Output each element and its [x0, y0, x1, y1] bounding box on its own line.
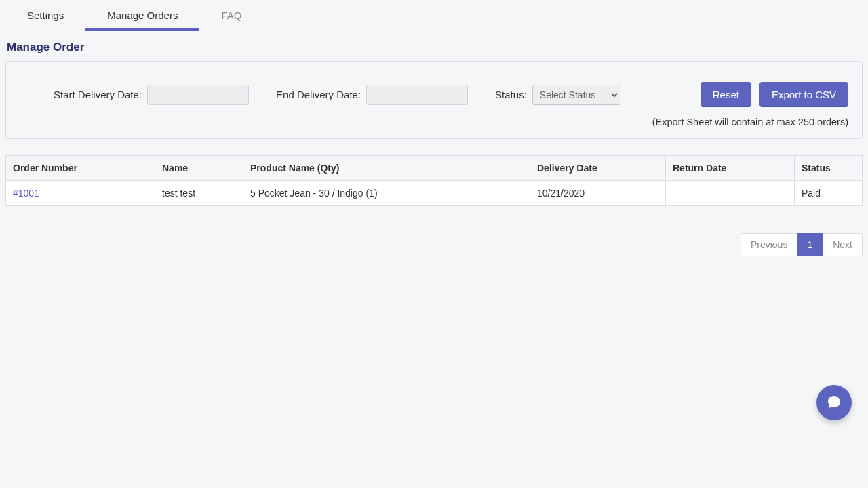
end-date-label: End Delivery Date: [276, 89, 361, 100]
pagination-previous[interactable]: Previous [741, 233, 797, 256]
top-nav: Settings Manage Orders FAQ [0, 0, 868, 31]
tab-manage-orders[interactable]: Manage Orders [85, 0, 199, 30]
cell-product: 5 Pocket Jean - 30 / Indigo (1) [243, 181, 530, 206]
cell-return-date [666, 181, 795, 206]
th-return-date: Return Date [666, 156, 795, 181]
tab-settings[interactable]: Settings [5, 0, 85, 30]
start-date-label: Start Delivery Date: [54, 89, 142, 100]
start-date-input[interactable] [147, 85, 249, 105]
order-number-link[interactable]: #1001 [13, 188, 39, 199]
table-row: #1001 test test 5 Pocket Jean - 30 / Ind… [6, 181, 863, 206]
th-name: Name [155, 156, 243, 181]
status-select[interactable]: Select Status [532, 85, 620, 105]
reset-button[interactable]: Reset [701, 82, 751, 107]
th-status: Status [795, 156, 863, 181]
end-date-input[interactable] [366, 85, 468, 105]
orders-table: Order Number Name Product Name (Qty) Del… [5, 155, 863, 206]
status-label: Status: [495, 89, 527, 100]
page-title: Manage Order [7, 41, 863, 54]
th-delivery-date: Delivery Date [530, 156, 666, 181]
cell-status: Paid [795, 181, 863, 206]
cell-name: test test [155, 181, 243, 206]
pagination-page-1[interactable]: 1 [797, 233, 823, 256]
pagination: Previous 1 Next [5, 233, 863, 256]
cell-delivery-date: 10/21/2020 [530, 181, 666, 206]
filter-panel: Start Delivery Date: End Delivery Date: … [5, 61, 863, 139]
th-order-number: Order Number [6, 156, 155, 181]
pagination-next[interactable]: Next [823, 233, 863, 256]
filter-status: Status: Select Status [495, 85, 620, 105]
table-header-row: Order Number Name Product Name (Qty) Del… [6, 156, 863, 181]
chat-widget-button[interactable] [816, 385, 852, 420]
th-product: Product Name (Qty) [243, 156, 530, 181]
export-note: (Export Sheet will contain at max 250 or… [20, 117, 848, 127]
filter-start-date: Start Delivery Date: [54, 85, 249, 105]
filter-end-date: End Delivery Date: [276, 85, 468, 105]
chat-icon [826, 394, 842, 412]
export-csv-button[interactable]: Export to CSV [760, 82, 848, 107]
tab-faq[interactable]: FAQ [199, 0, 263, 30]
